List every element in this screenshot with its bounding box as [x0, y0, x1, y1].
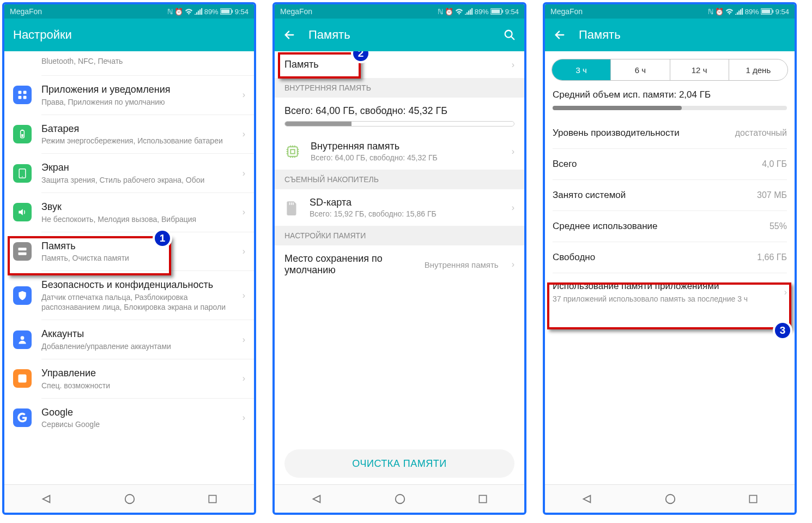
stat-row: Занято системой307 МБ [545, 180, 795, 211]
item-title: Память [41, 240, 233, 253]
row-internal-storage[interactable]: Внутренняя память Всего: 64,00 ГБ, свобо… [275, 133, 524, 170]
stat-label: Уровень производительности [553, 128, 680, 139]
list-item-connectivity-partial[interactable]: Bluetooth, NFC, Печать [4, 51, 254, 75]
nav-recent-icon[interactable] [748, 494, 759, 504]
svg-rect-20 [502, 10, 503, 13]
chip-icon [284, 143, 301, 160]
app-bar: Память [545, 19, 795, 51]
list-item-google[interactable]: Google Сервисы Google › [4, 399, 254, 437]
item-sub: Память, Очистка памяти [41, 253, 233, 263]
svg-rect-19 [491, 10, 499, 14]
nav-home-icon[interactable] [124, 493, 136, 505]
chevron-right-icon: › [243, 374, 245, 383]
signal-icon [195, 8, 203, 15]
svg-point-14 [21, 336, 25, 340]
clean-storage-button[interactable]: ОЧИСТКА ПАМЯТИ [284, 449, 514, 478]
phone-screen-storage: MegaFon ℕ ⏰ 89% 9:54 Память Память › ВНУ… [272, 2, 526, 515]
chevron-right-icon: › [243, 129, 245, 139]
list-item-shield[interactable]: Безопасность и конфиденциальность Датчик… [4, 271, 254, 320]
section-internal: ВНУТРЕННЯЯ ПАМЯТЬ [275, 78, 524, 98]
battery-icon [220, 8, 233, 15]
segment-6ч[interactable]: 6 ч [610, 59, 669, 80]
segment-3ч[interactable]: 3 ч [552, 59, 610, 80]
stat-row: Свободно1,66 ГБ [545, 242, 795, 273]
section-removable: СЪЕМНЫЙ НАКОПИТЕЛЬ [275, 170, 524, 189]
chevron-right-icon: › [243, 335, 245, 345]
chevron-right-icon: › [243, 169, 245, 178]
manage-icon [13, 369, 32, 388]
svg-rect-15 [19, 375, 27, 383]
nfc-icon: ℕ [438, 8, 443, 16]
account-icon [13, 330, 32, 349]
item-sub: Сервисы Google [41, 419, 233, 429]
chevron-right-icon: › [512, 203, 514, 213]
nav-home-icon[interactable] [394, 493, 406, 505]
nav-back-icon[interactable] [581, 493, 593, 505]
row-sd-card[interactable]: SD-карта Всего: 15,92 ГБ, свободно: 15,8… [275, 189, 524, 226]
svg-rect-9 [21, 134, 23, 137]
chevron-right-icon: › [243, 207, 245, 217]
wifi-icon [455, 8, 463, 15]
storage-content[interactable]: Память › ВНУТРЕННЯЯ ПАМЯТЬ Всего: 64,00 … [275, 51, 524, 484]
stat-value: достаточный [735, 128, 787, 138]
svg-rect-13 [19, 253, 27, 255]
svg-point-16 [125, 494, 135, 503]
chevron-right-icon: › [243, 247, 245, 256]
stat-label: Всего [553, 159, 577, 170]
carrier-label: MegaFon [280, 7, 312, 16]
row-app-memory-usage[interactable]: Использование памяти приложениями 37 при… [545, 273, 795, 311]
svg-rect-3 [19, 91, 22, 94]
svg-point-11 [22, 176, 23, 177]
list-item-display[interactable]: Экран Защита зрения, Стиль рабочего экра… [4, 154, 254, 193]
back-icon[interactable] [283, 29, 295, 41]
list-item-battery[interactable]: Батарея Режим энергосбережения, Использо… [4, 115, 254, 154]
page-title: Память [579, 28, 786, 42]
stat-value: 307 МБ [757, 190, 787, 200]
status-indicators: ℕ ⏰ 89% 9:54 [438, 8, 519, 16]
nav-back-icon[interactable] [311, 493, 323, 505]
svg-rect-6 [23, 96, 27, 99]
list-item-manage[interactable]: Управление Спец. возможности › [4, 359, 254, 398]
list-item-apps[interactable]: Приложения и уведомления Права, Приложен… [4, 76, 254, 115]
nav-recent-icon[interactable] [207, 494, 218, 504]
row-default-location[interactable]: Место сохранения по умолчанию Внутренняя… [275, 245, 524, 284]
chevron-right-icon: › [243, 90, 245, 100]
carrier-label: MegaFon [550, 7, 583, 16]
app-usage-title: Использование памяти приложениями [553, 281, 787, 292]
nav-back-icon[interactable] [40, 493, 52, 505]
internal-sub: Всего: 64,00 ГБ, свободно: 45,32 ГБ [311, 153, 502, 162]
item-sub: Защита зрения, Стиль рабочего экрана, Об… [41, 175, 233, 185]
segment-1день[interactable]: 1 день [729, 59, 787, 80]
status-indicators: ℕ ⏰ 89% 9:54 [167, 8, 249, 16]
row-memory[interactable]: Память › [275, 51, 524, 78]
svg-rect-27 [761, 10, 769, 14]
nav-recent-icon[interactable] [477, 494, 488, 504]
list-item-account[interactable]: Аккаунты Добавление/управление аккаунтам… [4, 320, 254, 359]
list-item-storage[interactable]: Память Память, Очистка памяти › [4, 232, 254, 271]
storage-icon [13, 242, 32, 261]
battery-icon [490, 8, 504, 15]
navigation-bar [545, 484, 795, 513]
nfc-icon: ℕ [708, 8, 713, 16]
signal-icon [465, 8, 473, 15]
search-icon[interactable] [504, 29, 516, 41]
item-title: Экран [41, 161, 233, 174]
stat-row: Среднее использование55% [545, 211, 795, 242]
alarm-icon: ⏰ [174, 8, 183, 16]
item-title: Звук [41, 201, 233, 213]
status-bar: MegaFon ℕ ⏰ 89% 9:54 [275, 4, 524, 19]
svg-rect-23 [290, 149, 295, 154]
sound-icon [13, 203, 32, 221]
memory-content[interactable]: 3 ч6 ч12 ч1 день Средний объем исп. памя… [545, 51, 795, 484]
back-icon[interactable] [554, 29, 566, 41]
app-usage-sub: 37 приложений использовало память за пос… [553, 294, 787, 304]
segment-12ч[interactable]: 12 ч [670, 59, 729, 80]
nav-home-icon[interactable] [664, 493, 676, 505]
list-item-sound[interactable]: Звук Не беспокоить, Мелодия вызова, Вибр… [4, 193, 254, 232]
settings-list[interactable]: Bluetooth, NFC, Печать Приложения и увед… [4, 51, 254, 484]
stat-value: 4,0 ГБ [762, 159, 787, 169]
navigation-bar [4, 484, 254, 513]
stat-row: Всего4,0 ГБ [545, 149, 795, 179]
chevron-right-icon: › [512, 260, 514, 269]
storage-progress-fill [285, 122, 352, 126]
